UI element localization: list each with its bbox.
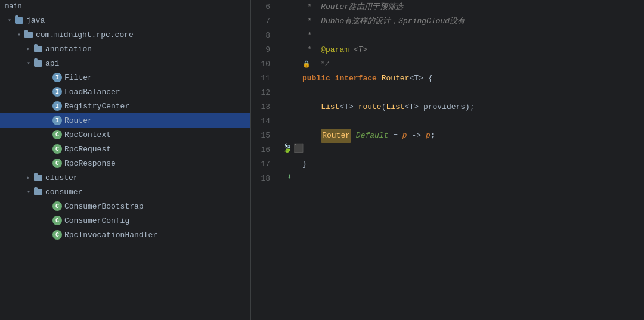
ln-17: 17 — [251, 157, 275, 172]
eq-15: = — [388, 129, 402, 143]
file-tree-panel: main java com.midnight.rpc.core annotati… — [0, 0, 250, 320]
tree-item-consumerbootstrap[interactable]: C ConsumerBootstrap — [0, 199, 250, 213]
code-line-11: public interface Router<T> { — [302, 72, 644, 86]
method-name-route: route — [358, 100, 382, 114]
gutter-icon-13: ⬇ — [287, 172, 292, 182]
type-t3: <T> providers); — [405, 100, 475, 114]
tree-item-com[interactable]: com.midnight.rpc.core — [0, 27, 250, 42]
comment-10: */ — [315, 57, 329, 72]
tree-item-loadbalancer[interactable]: I LoadBalancer — [0, 85, 250, 99]
gutter-icon-11: 🍃⬛ — [282, 143, 304, 153]
gutter-area: 🍃⬛ ⬇ — [280, 0, 298, 320]
badge-rpccontext: C — [52, 130, 62, 139]
code-line-18 — [302, 172, 644, 186]
lambda-body: p — [426, 129, 431, 143]
leaf-icon: 🍃 — [282, 143, 292, 153]
label-filter: Filter — [64, 73, 92, 82]
tree-item-router[interactable]: I Router — [0, 113, 250, 128]
type-t: <T> { — [409, 72, 432, 86]
ln-9: 9 — [251, 43, 275, 57]
tree-item-consumerconfig[interactable]: C ConsumerConfig — [0, 213, 250, 228]
sidebar-header: main — [0, 0, 250, 13]
list-type2: List — [386, 100, 404, 114]
label-rpcresponse: RpcResponse — [64, 159, 116, 168]
ln-10: 10 — [251, 57, 275, 72]
indent-15 — [302, 129, 321, 143]
code-line-14 — [302, 114, 644, 129]
code-editor: 6 7 8 9 10 11 12 13 14 15 16 17 18 🍃⬛ ⬇ — [251, 0, 644, 320]
code-line-9: * @param <T> — [302, 43, 644, 57]
code-lines[interactable]: * Router路由用于预筛选 * Dubbo有这样的设计，SpringClou… — [298, 0, 644, 320]
list-type: List — [321, 100, 339, 114]
ln-15: 15 — [251, 129, 275, 143]
badge-filter: I — [52, 73, 62, 82]
tree-item-annotation[interactable]: annotation — [0, 42, 250, 56]
folder-icon-java — [14, 15, 24, 25]
badge-rpcrequest: C — [52, 144, 62, 154]
kw-public-11: public — [302, 72, 335, 86]
tree-item-registrycenter[interactable]: I RegistryCenter — [0, 99, 250, 113]
type-t2: <T> — [339, 100, 358, 114]
tree-item-cluster[interactable]: cluster — [0, 170, 250, 185]
arrow-15: -> — [407, 129, 426, 143]
label-api: api — [45, 59, 59, 68]
code-line-10: 🔒 */ — [302, 57, 644, 72]
code-line-6: * Router路由用于预筛选 — [302, 0, 644, 14]
space-15 — [351, 129, 356, 143]
label-cluster: cluster — [45, 173, 78, 182]
tree-item-java[interactable]: java — [0, 13, 250, 27]
tree-item-rpcrequest[interactable]: C RpcRequest — [0, 142, 250, 156]
label-registrycenter: RegistryCenter — [64, 102, 129, 111]
code-line-16 — [302, 143, 644, 157]
code-line-15: Router Default = p -> p; — [302, 129, 644, 143]
ln-6: 6 — [251, 0, 275, 14]
arrow-consumer — [24, 188, 33, 195]
ln-14: 14 — [251, 114, 275, 129]
classname-router: Router — [382, 72, 410, 86]
tree-item-rpcresponse[interactable]: C RpcResponse — [0, 156, 250, 170]
comment-9b: <T> — [349, 43, 367, 57]
folder-icon-com — [24, 30, 33, 39]
arrow-com — [14, 31, 24, 38]
ln-16: 16 — [251, 143, 275, 157]
code-line-17: } — [302, 157, 644, 172]
arrow-java — [5, 17, 14, 24]
label-consumerbootstrap: ConsumerBootstrap — [64, 202, 144, 211]
tree-item-api[interactable]: api — [0, 56, 250, 70]
tree-item-rpccontext[interactable]: C RpcContext — [0, 128, 250, 142]
ln-11: 11 — [251, 72, 275, 86]
tree-item-filter[interactable]: I Filter — [0, 70, 250, 85]
label-annotation: annotation — [45, 45, 92, 54]
arrow-annotation — [24, 45, 33, 52]
label-consumerconfig: ConsumerConfig — [64, 216, 129, 225]
line-numbers: 6 7 8 9 10 11 12 13 14 15 16 17 18 — [251, 0, 280, 320]
badge-rpcresponse: C — [52, 159, 62, 168]
code-line-12 — [302, 86, 644, 100]
ln-18: 18 — [251, 172, 275, 186]
tree-item-rpcinvocationhandler[interactable]: C RpcInvocationHandler — [0, 228, 250, 242]
code-area: 6 7 8 9 10 11 12 13 14 15 16 17 18 🍃⬛ ⬇ — [251, 0, 644, 320]
ln-12: 12 — [251, 86, 275, 100]
comment-7: * Dubbo有这样的设计，SpringCloud没有 — [302, 14, 465, 29]
tree-container[interactable]: java com.midnight.rpc.core annotation ap… — [0, 13, 250, 320]
badge-rpcinvocationhandler: C — [52, 230, 62, 240]
badge-router: I — [52, 116, 62, 125]
comment-8: * — [302, 29, 312, 43]
folder-icon-annotation — [33, 44, 43, 54]
folder-icon-api — [33, 58, 43, 68]
sidebar-title: main — [5, 2, 22, 11]
lock-icon: 🔒 — [302, 57, 311, 72]
label-loadbalancer: LoadBalancer — [64, 88, 120, 97]
arrow-api — [24, 60, 33, 67]
label-rpcrequest: RpcRequest — [64, 145, 111, 154]
badge-consumerbootstrap: C — [52, 201, 62, 211]
folder-icon-cluster — [33, 173, 43, 182]
ln-8: 8 — [251, 29, 275, 43]
kw-interface-11: interface — [335, 72, 382, 86]
semi-15: ; — [431, 129, 435, 143]
method-params: ( — [382, 100, 386, 114]
tree-item-consumer[interactable]: consumer — [0, 185, 250, 199]
folder-icon-consumer — [33, 187, 43, 197]
arrow-cluster — [24, 174, 33, 181]
comment-9: * — [302, 43, 321, 57]
